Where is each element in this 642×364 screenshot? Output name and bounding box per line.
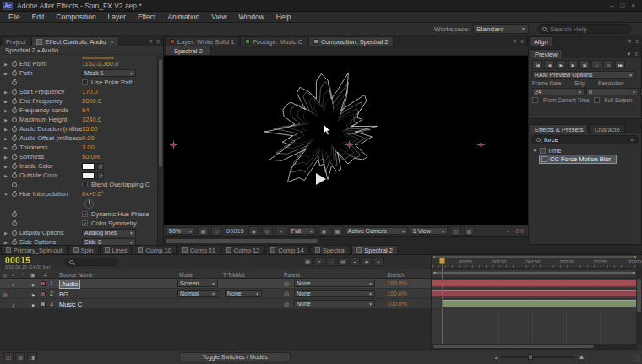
mode-select[interactable]: Screen▼ bbox=[177, 280, 218, 287]
stopwatch-icon[interactable] bbox=[9, 127, 19, 132]
twirl-icon[interactable]: ▶ bbox=[3, 117, 9, 122]
stopwatch-icon[interactable] bbox=[9, 99, 19, 104]
minimize-button[interactable]: – bbox=[610, 2, 613, 9]
graph-editor-icon[interactable]: ▲ bbox=[373, 257, 384, 266]
twirl-icon[interactable]: ▼ bbox=[3, 192, 9, 197]
panel-menu-icon[interactable]: ▼ bbox=[627, 52, 632, 57]
timeline-tab-comp-12[interactable]: Comp 12 bbox=[221, 245, 264, 254]
effect-property-select[interactable]: Analog lines▼ bbox=[82, 229, 136, 236]
magnification-select[interactable]: 50%▼ bbox=[166, 227, 195, 235]
comp-tab-spectral-2[interactable]: Spectral 2 bbox=[166, 46, 211, 55]
timeline-tab-comp-11[interactable]: Comp 11 bbox=[177, 245, 220, 254]
panel-list-icon[interactable]: ≡ bbox=[156, 39, 160, 44]
stopwatch-icon[interactable] bbox=[9, 71, 19, 76]
3d-view-select[interactable]: Active Camera▼ bbox=[345, 227, 408, 235]
brainstorm-icon[interactable]: ◆ bbox=[362, 257, 372, 266]
angle-dial[interactable] bbox=[84, 199, 94, 209]
eyedropper-icon[interactable] bbox=[97, 172, 104, 179]
workspace-select[interactable]: Standard ▼ bbox=[473, 24, 529, 34]
scrollbar-thumb[interactable] bbox=[166, 239, 318, 243]
layer-name[interactable]: BG bbox=[59, 291, 68, 298]
zoom-slider-thumb[interactable] bbox=[528, 354, 533, 360]
effect-property-value[interactable]: 0.00 bbox=[82, 134, 95, 142]
parent-select[interactable]: None▼ bbox=[294, 300, 375, 307]
stopwatch-icon[interactable] bbox=[9, 117, 19, 122]
column-header-parent[interactable]: Parent bbox=[284, 272, 300, 278]
panel-menu-icon[interactable]: ▼ bbox=[513, 39, 518, 44]
effect-property-value[interactable]: 3240.0 bbox=[82, 116, 101, 123]
viewer-tab-footage-music-c[interactable]: Footage: Music C bbox=[240, 36, 307, 46]
effect-property-select[interactable]: Mask 1▼ bbox=[82, 69, 136, 77]
previous-frame-button[interactable]: ◀ bbox=[544, 60, 554, 69]
audio-icon[interactable]: ♪ bbox=[12, 281, 14, 287]
twirl-icon[interactable]: ▶ bbox=[3, 240, 9, 245]
eye-icon[interactable]: ◎ bbox=[3, 291, 8, 298]
panel-list-icon[interactable]: ≡ bbox=[634, 52, 638, 57]
clear-search-icon[interactable]: × bbox=[630, 137, 634, 143]
tab-effect-controls[interactable]: Effect Controls: Audio × bbox=[31, 36, 119, 46]
channels-icon[interactable]: ◑ bbox=[275, 226, 286, 236]
eyedropper-icon[interactable] bbox=[97, 163, 104, 170]
layer-name[interactable]: Audio bbox=[59, 280, 80, 289]
timeline-tab-comp-10[interactable]: Comp 10 bbox=[133, 245, 176, 254]
draft-3d-icon[interactable]: ◓ bbox=[314, 257, 324, 266]
transparency-grid-icon[interactable]: ▩ bbox=[332, 226, 343, 236]
work-area-bar[interactable] bbox=[433, 271, 636, 275]
layer-duration-bar[interactable] bbox=[432, 280, 637, 287]
ram-preview-options-select[interactable]: RAM Preview Options ▼ bbox=[532, 71, 635, 79]
effect-property-value[interactable]: 2000.0 bbox=[82, 97, 101, 105]
timeline-tab-spectral[interactable]: Spectral bbox=[310, 245, 351, 254]
stretch-value[interactable]: 100.0% bbox=[387, 291, 407, 296]
menu-animation[interactable]: Animation bbox=[161, 12, 205, 22]
panel-list-icon[interactable]: ≡ bbox=[635, 39, 639, 44]
close-icon[interactable]: × bbox=[110, 38, 114, 46]
mask-visibility-icon[interactable]: ◇ bbox=[211, 226, 222, 236]
layer-row-audio[interactable]: ♪▶1AudioScreen▼◎None▼100.0% bbox=[0, 279, 431, 289]
twirl-icon[interactable]: ▶ bbox=[3, 108, 9, 113]
pixel-aspect-icon[interactable]: ◫ bbox=[450, 226, 461, 236]
zoom-out-icon[interactable]: ▴ bbox=[495, 355, 498, 360]
effect-property-select[interactable]: Side B▼ bbox=[82, 238, 136, 245]
time-ruler[interactable]: 000500010000150002000025000300 bbox=[432, 255, 637, 269]
column-header-mode[interactable]: Mode bbox=[179, 272, 193, 278]
stopwatch-icon[interactable] bbox=[9, 231, 19, 236]
menu-help[interactable]: Help bbox=[270, 12, 297, 22]
stopwatch-icon[interactable] bbox=[9, 136, 19, 141]
tab-align[interactable]: Align bbox=[529, 36, 553, 46]
roi-icon[interactable]: ▣ bbox=[318, 226, 329, 236]
help-search-input[interactable]: Search Help bbox=[537, 24, 632, 34]
stopwatch-icon[interactable] bbox=[9, 182, 19, 187]
fast-previews-icon[interactable]: ▨ bbox=[464, 226, 475, 236]
menu-file[interactable]: File bbox=[3, 12, 26, 22]
stretch-value[interactable]: 100.0% bbox=[387, 280, 407, 286]
effect-property-value[interactable]: 50.0% bbox=[82, 153, 100, 160]
current-time-indicator[interactable] bbox=[442, 263, 443, 344]
full-screen-checkbox[interactable] bbox=[594, 97, 600, 103]
hide-shy-layers-icon[interactable]: ◌ bbox=[326, 257, 336, 266]
toggle-switches-modes-button[interactable]: Toggle Switches / Modes bbox=[179, 352, 291, 361]
resize-grip[interactable] bbox=[632, 354, 640, 362]
panel-list-icon[interactable]: ≡ bbox=[520, 39, 524, 44]
checkbox[interactable]: ✓ bbox=[82, 211, 88, 217]
tab-project[interactable]: Project bbox=[1, 36, 30, 46]
current-time-indicator-handle[interactable] bbox=[439, 258, 445, 264]
expand-layer-switches-icon[interactable]: ◫ bbox=[3, 352, 14, 361]
layer-name[interactable]: Music C bbox=[59, 301, 82, 308]
column-header-stretch[interactable]: Stretch bbox=[387, 272, 405, 278]
audio-toggle-button[interactable]: ♪ bbox=[591, 60, 601, 69]
layer-color-chip[interactable] bbox=[41, 281, 46, 286]
stopwatch-icon[interactable] bbox=[9, 62, 19, 67]
stopwatch-icon[interactable] bbox=[9, 173, 19, 178]
panel-menu-icon[interactable]: ▼ bbox=[628, 39, 633, 44]
twirl-icon[interactable]: ▶ bbox=[3, 71, 9, 76]
stopwatch-icon[interactable] bbox=[9, 192, 19, 197]
menu-effect[interactable]: Effect bbox=[132, 12, 162, 22]
timeline-tab-comp-14[interactable]: Comp 14 bbox=[265, 245, 308, 254]
tab-preview[interactable]: Preview bbox=[530, 49, 563, 58]
menu-layer[interactable]: Layer bbox=[102, 12, 132, 22]
column-header-number[interactable]: # bbox=[44, 272, 47, 278]
effect-property-value[interactable]: 170.0 bbox=[82, 88, 98, 95]
skip-select[interactable]: 0▼ bbox=[586, 88, 639, 95]
close-button[interactable]: × bbox=[631, 2, 635, 9]
effect-property-value[interactable]: 35.00 bbox=[82, 125, 98, 133]
